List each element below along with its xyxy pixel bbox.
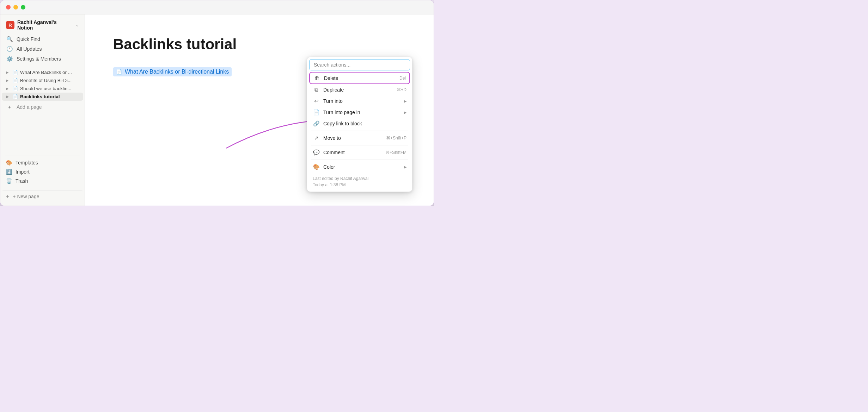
new-page-icon: + [6,193,9,200]
sidebar-divider [5,156,80,156]
menu-label: Duplicate [323,87,393,93]
page-title: Backlinks tutorial [113,36,405,53]
sidebar: R Rachit Agarwal's Notion ⌄ 🔍 Quick Find… [0,14,85,206]
menu-label: Turn into page in [323,110,400,115]
sidebar-item-settings[interactable]: ⚙️ Settings & Members [2,54,83,64]
trash-icon: 🗑 [313,75,320,81]
search-icon: 🔍 [6,36,13,42]
menu-item-delete[interactable]: 🗑 Delete Del [309,72,410,84]
main-layout: R Rachit Agarwal's Notion ⌄ 🔍 Quick Find… [0,14,434,206]
move-icon: ↗ [313,135,320,141]
menu-label: Delete [324,75,396,81]
context-menu: 🗑 Delete Del ⧉ Duplicate ⌘+D ↩ Turn into… [307,57,412,192]
color-icon: 🎨 [313,164,320,170]
page-icon: 📄 [12,70,18,75]
sidebar-item-quick-find[interactable]: 🔍 Quick Find [2,34,83,44]
expand-arrow-icon: ▶ [6,70,10,74]
menu-shortcut: Del [399,76,406,81]
menu-separator [311,131,408,131]
sidebar-item-trash[interactable]: 🗑️ Trash [2,176,83,186]
expand-arrow-icon: ▶ [6,95,10,99]
close-button[interactable] [6,5,11,10]
sidebar-item-page-3[interactable]: ▶ 📄 Should we use backlin... [2,85,83,93]
block-item[interactable]: 📄 What Are Backlinks or Bi-directional L… [113,67,232,76]
templates-label: Templates [16,160,38,166]
submenu-arrow-icon: ▶ [404,165,407,169]
import-label: Import [16,169,30,175]
sidebar-divider [5,66,80,66]
submenu-arrow-icon: ▶ [404,99,407,104]
submenu-arrow-icon: ▶ [404,110,407,115]
duplicate-icon: ⧉ [313,87,320,93]
search-input[interactable] [309,59,410,70]
page-icon: 📄 [12,86,18,91]
menu-shortcut: ⌘+Shift+P [386,136,407,141]
sidebar-item-import[interactable]: ⬇️ Import [2,167,83,176]
workspace-header[interactable]: R Rachit Agarwal's Notion ⌄ [2,17,83,33]
menu-item-comment[interactable]: 💬 Comment ⌘+Shift+M [309,147,410,158]
menu-item-turn-into[interactable]: ↩ Turn into ▶ [309,95,410,107]
clock-icon: 🕐 [6,46,13,52]
page-icon: 📄 [313,109,320,116]
sidebar-item-templates[interactable]: 🎨 Templates [2,158,83,167]
footer-line1: Last edited by Rachit Agarwal [313,175,407,182]
menu-shortcut: ⌘+D [397,87,407,92]
content-area: Backlinks tutorial 📄 What Are Backlinks … [85,14,434,206]
menu-label: Color [323,164,400,170]
add-page-label: Add a page [17,104,42,110]
workspace-avatar: R [6,21,14,29]
chevron-down-icon: ⌄ [75,23,79,27]
turn-into-icon: ↩ [313,98,320,104]
new-page-button[interactable]: + + New page [2,190,83,201]
block-page-icon: 📄 [116,69,122,75]
menu-item-color[interactable]: 🎨 Color ▶ [309,161,410,173]
menu-item-copy-link[interactable]: 🔗 Copy link to block [309,118,410,129]
menu-shortcut: ⌘+Shift+M [385,150,407,155]
comment-icon: 💬 [313,149,320,156]
add-page-button[interactable]: + Add a page [2,102,83,112]
menu-separator [311,145,408,145]
menu-item-move-to[interactable]: ↗ Move to ⌘+Shift+P [309,132,410,144]
menu-label: Turn into [323,98,400,104]
page-title-text: Should we use backlin... [20,86,79,91]
workspace-name: Rachit Agarwal's Notion [17,19,73,31]
page-icon: 📄 [12,94,18,99]
sidebar-item-all-updates[interactable]: 🕐 All Updates [2,44,83,54]
menu-item-turn-into-page[interactable]: 📄 Turn into page in ▶ [309,107,410,118]
menu-separator [311,160,408,160]
sidebar-item-label: All Updates [17,46,42,52]
menu-label: Move to [323,135,383,141]
expand-arrow-icon: ▶ [6,79,10,82]
sidebar-item-label: Settings & Members [17,56,61,62]
trash-icon: 🗑️ [6,178,12,184]
footer-line2: Today at 1:38 PM [313,182,407,188]
import-icon: ⬇️ [6,169,12,175]
sidebar-item-page-2[interactable]: ▶ 📄 Benefits of Using Bi-Di... [2,76,83,85]
menu-label: Copy link to block [323,121,407,126]
sidebar-item-label: Quick Find [17,36,40,42]
app-window: R Rachit Agarwal's Notion ⌄ 🔍 Quick Find… [0,0,434,206]
page-title-text: What Are Backlinks or ... [20,70,79,75]
link-icon: 🔗 [313,120,320,127]
titlebar [0,0,434,14]
gear-icon: ⚙️ [6,56,13,62]
page-title-text: Backlinks tutorial [20,94,79,99]
new-page-label: + New page [13,194,39,199]
sidebar-bottom: 🎨 Templates ⬇️ Import 🗑️ Trash + + New p… [0,154,85,203]
sidebar-divider [5,188,80,188]
templates-icon: 🎨 [6,160,12,166]
menu-footer: Last edited by Rachit Agarwal Today at 1… [309,173,410,189]
block-text: What Are Backlinks or Bi-directional Lin… [125,69,229,75]
page-icon: 📄 [12,78,18,83]
expand-arrow-icon: ▶ [6,87,10,90]
sidebar-item-page-4[interactable]: ▶ 📄 Backlinks tutorial [2,93,83,101]
plus-icon: + [6,104,13,110]
trash-label: Trash [16,178,28,184]
menu-label: Comment [323,150,382,155]
minimize-button[interactable] [13,5,18,10]
maximize-button[interactable] [21,5,25,10]
page-title-text: Benefits of Using Bi-Di... [20,78,79,83]
menu-item-duplicate[interactable]: ⧉ Duplicate ⌘+D [309,84,410,95]
search-wrapper [309,59,410,70]
sidebar-item-page-1[interactable]: ▶ 📄 What Are Backlinks or ... [2,68,83,76]
